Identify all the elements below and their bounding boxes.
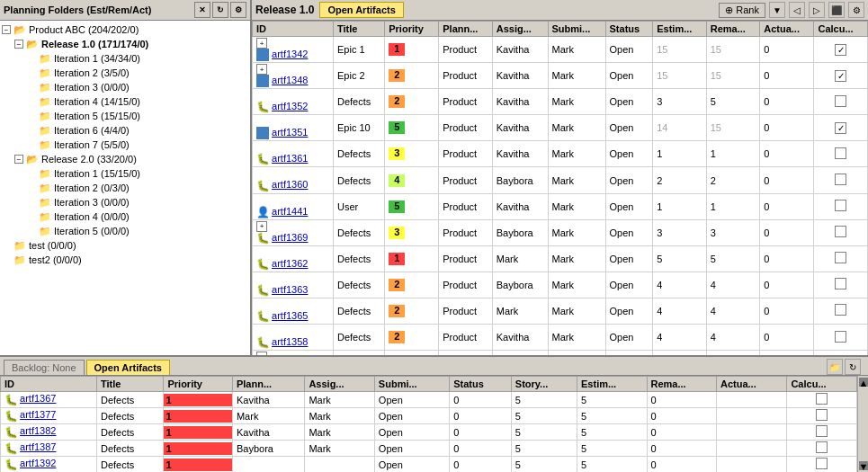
tree-item-iter1-2[interactable]: 📁Iteration 2 (3/5/0) (2, 66, 248, 80)
row-expand-7[interactable]: + (256, 221, 267, 232)
checkbox-unchecked-4[interactable] (835, 147, 846, 159)
artifact-id[interactable]: artf1363 (272, 284, 308, 295)
checkbox-checked-3[interactable]: ✓ (835, 122, 846, 134)
calc-cell-6[interactable] (814, 193, 868, 219)
tree-item-test[interactable]: 📁test (0/0/0) (2, 238, 248, 253)
bottom-col-header-3[interactable]: Plann... (232, 377, 304, 392)
expand-btn-release2[interactable]: − (14, 155, 23, 164)
artifact-id[interactable]: artf1342 (272, 49, 308, 59)
toolbar-icon-5[interactable]: ⚙ (848, 2, 864, 18)
artifact-id[interactable]: artf1348 (272, 75, 308, 85)
checkbox-unchecked-10[interactable] (835, 304, 846, 316)
close-btn[interactable]: ✕ (194, 2, 210, 18)
bottom-col-header-2[interactable]: Priority (164, 377, 232, 392)
bottom-artifact-id-2[interactable]: artf1382 (20, 425, 56, 436)
col-header-5[interactable]: Submi... (548, 22, 605, 37)
expand-btn-release1[interactable]: − (14, 40, 23, 49)
col-header-1[interactable]: Title (334, 22, 385, 37)
calc-cell-8[interactable] (814, 245, 868, 272)
scrollbar-down[interactable]: ▼ (859, 461, 868, 470)
tab-openArtifacts[interactable]: Open Artifacts (86, 360, 170, 375)
refresh-btn[interactable]: ↻ (212, 2, 228, 18)
artifact-id[interactable]: artf1351 (272, 127, 308, 138)
bottom-col-header-10[interactable]: Actua... (716, 377, 786, 392)
artifact-id[interactable]: artf1369 (272, 232, 308, 243)
col-header-2[interactable]: Priority (385, 22, 439, 37)
artifact-id[interactable]: artf1441 (272, 206, 308, 217)
artifact-id[interactable]: artf1358 (272, 336, 308, 347)
tree-item-release2[interactable]: −📂Release 2.0 (33/20/0) (2, 152, 248, 166)
scrollbar-up[interactable]: ▲ (859, 378, 868, 387)
col-header-7[interactable]: Estim... (653, 22, 706, 37)
bottom-calc-3[interactable] (787, 441, 857, 457)
checkbox-unchecked-11[interactable] (835, 331, 846, 343)
bottom-col-header-4[interactable]: Assig... (305, 377, 374, 392)
artifact-id[interactable]: artf1365 (272, 310, 308, 321)
calc-cell-9[interactable] (814, 272, 868, 298)
bottom-refresh-icon[interactable]: ↻ (845, 359, 861, 375)
bottom-artifact-id-1[interactable]: artf1377 (20, 409, 56, 420)
col-header-0[interactable]: ID (253, 22, 334, 37)
calc-cell-0[interactable]: ✓ (814, 37, 868, 63)
bottom-col-header-0[interactable]: ID (1, 377, 97, 392)
tree-item-iter1-3[interactable]: 📁Iteration 3 (0/0/0) (2, 80, 248, 94)
bottom-calc-2[interactable] (787, 424, 857, 441)
artifact-id[interactable]: artf1361 (272, 153, 308, 164)
col-header-4[interactable]: Assig... (492, 22, 548, 37)
bottom-folder-icon[interactable]: 📁 (827, 359, 843, 375)
bottom-scrollbar[interactable]: ▲ ▼ (857, 376, 868, 472)
tree-item-iter2-4[interactable]: 📁Iteration 4 (0/0/0) (2, 209, 248, 224)
calc-cell-10[interactable] (814, 298, 868, 324)
tree-item-iter1-5[interactable]: 📁Iteration 5 (15/15/0) (2, 109, 248, 123)
bottom-calc-1[interactable] (787, 408, 857, 424)
bottom-col-header-8[interactable]: Estim... (577, 377, 647, 392)
bottom-col-header-9[interactable]: Rema... (647, 377, 716, 392)
calc-cell-3[interactable]: ✓ (814, 115, 868, 141)
bottom-checkbox-1[interactable] (816, 409, 828, 421)
col-header-9[interactable]: Actua... (760, 22, 814, 37)
tab-backlog[interactable]: Backlog: None (4, 360, 85, 375)
bottom-col-header-7[interactable]: Story... (511, 377, 577, 392)
bottom-col-header-1[interactable]: Title (96, 377, 164, 392)
bottom-checkbox-2[interactable] (816, 425, 828, 437)
tree-item-release1[interactable]: −📂Release 1.0 (171/174/0) (2, 37, 248, 51)
bottom-artifact-id-4[interactable]: artf1392 (20, 458, 56, 468)
tree-item-iter2-3[interactable]: 📁Iteration 3 (0/0/0) (2, 195, 248, 209)
calc-cell-4[interactable] (814, 141, 868, 167)
calc-cell-2[interactable] (814, 89, 868, 115)
checkbox-checked-0[interactable]: ✓ (835, 44, 846, 56)
col-header-6[interactable]: Status (605, 22, 653, 37)
checkbox-checked-1[interactable]: ✓ (835, 70, 846, 82)
bottom-col-header-5[interactable]: Submi... (374, 377, 449, 392)
bottom-calc-0[interactable] (787, 392, 857, 408)
toolbar-icon-4[interactable]: ⬛ (828, 2, 845, 18)
row-expand-0[interactable]: + (256, 38, 267, 49)
checkbox-unchecked-7[interactable] (835, 226, 846, 237)
tree-item-iter2-1[interactable]: 📁Iteration 1 (15/15/0) (2, 166, 248, 181)
checkbox-unchecked-2[interactable] (835, 95, 846, 107)
tree-item-test2[interactable]: 📁test2 (0/0/0) (2, 253, 248, 267)
tree-item-iter1-4[interactable]: 📁Iteration 4 (14/15/0) (2, 94, 248, 109)
tree-item-iter1-6[interactable]: 📁Iteration 6 (4/4/0) (2, 123, 248, 138)
calc-cell-5[interactable] (814, 167, 868, 193)
tree-item-iter1-7[interactable]: 📁Iteration 7 (5/5/0) (2, 138, 248, 152)
tree-item-productABC[interactable]: −📂Product ABC (204/202/0) (2, 22, 248, 37)
tree-item-iter2-5[interactable]: 📁Iteration 5 (0/0/0) (2, 224, 248, 238)
artifact-id[interactable]: artf1362 (272, 258, 308, 269)
row-expand-1[interactable]: + (256, 64, 267, 75)
bottom-checkbox-0[interactable] (816, 393, 828, 405)
calc-cell-1[interactable]: ✓ (814, 63, 868, 89)
calc-cell-7[interactable] (814, 219, 868, 245)
artifact-id[interactable]: artf1352 (272, 101, 308, 111)
col-header-8[interactable]: Rema... (706, 22, 760, 37)
tree-item-iter1-1[interactable]: 📁Iteration 1 (34/34/0) (2, 51, 248, 66)
bottom-calc-4[interactable] (787, 457, 857, 473)
col-header-10[interactable]: Calcu... (814, 22, 868, 37)
bottom-col-header-11[interactable]: Calcu... (787, 377, 857, 392)
bottom-col-header-6[interactable]: Status (450, 377, 512, 392)
calc-cell-11[interactable] (814, 325, 868, 351)
open-artifacts-button[interactable]: Open Artifacts (319, 2, 403, 18)
toolbar-icon-1[interactable]: ▼ (769, 2, 785, 18)
artifact-id[interactable]: artf1360 (272, 179, 308, 190)
checkbox-unchecked-5[interactable] (835, 174, 846, 185)
